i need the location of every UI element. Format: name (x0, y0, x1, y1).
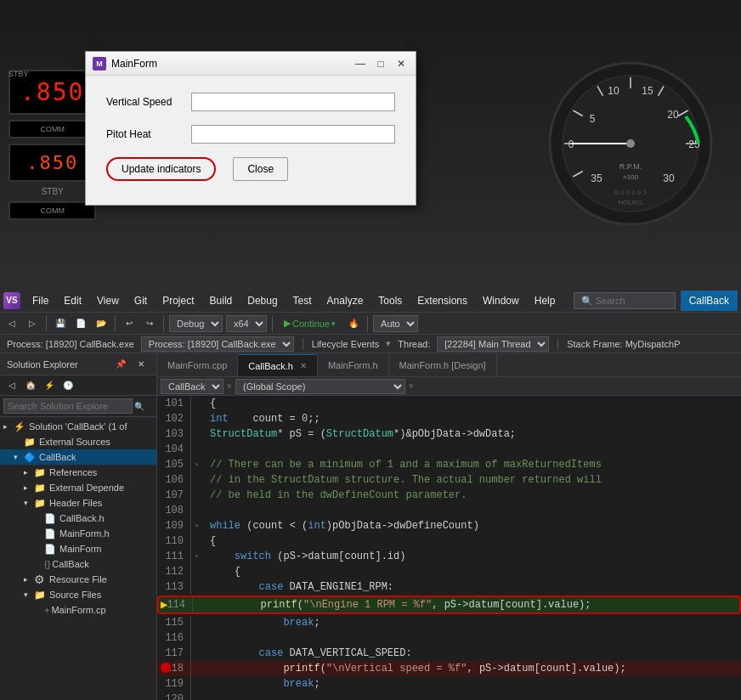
code-line-108: 108 (157, 503, 741, 518)
dialog-button-row: Update indicators Close (106, 157, 395, 188)
tree-item-mainform-h[interactable]: 📄 MainForm.h (0, 526, 156, 541)
code-line-103: 103 StructDatum* pS = (StructDatum*)&pOb… (157, 426, 741, 442)
code-line-105: 105 ▸ // There can be a minimum of 1 and… (157, 457, 741, 472)
tree-item-header-files[interactable]: ▾ 📁 Header Files (0, 495, 156, 511)
menu-extensions[interactable]: Extensions (410, 293, 474, 308)
tree-label-external: External Sources (39, 437, 110, 447)
tree-label-header-files: Header Files (49, 498, 102, 508)
menu-build[interactable]: Build (203, 293, 240, 308)
editor-tab-bar: MainForm.cpp CallBack.h ✕ MainForm.h Mai… (157, 353, 741, 377)
code-line-112: 112 { (157, 564, 741, 579)
code-editor[interactable]: 101 { 102 int count = 0;; 103 StructDatu… (157, 396, 741, 700)
se-pin-btn[interactable]: 📌 (112, 356, 129, 373)
tab-label-mainform-h: MainForm.h (328, 360, 378, 370)
vs-processbar: Process: [18920] CallBack.exe Process: [… (0, 335, 741, 353)
context-dropdown[interactable]: CallBack (161, 379, 223, 394)
continue-btn[interactable]: ▶ Continue ▾ (278, 315, 342, 331)
tree-item-callback-h[interactable]: 📄 CallBack.h (0, 511, 156, 526)
toolbar-redo-btn[interactable]: ↪ (141, 315, 158, 332)
toolbar-flame-btn[interactable]: 🔥 (345, 315, 362, 332)
pitot-heat-input[interactable] (191, 125, 395, 144)
tab-callback-h[interactable]: CallBack.h ✕ (238, 354, 318, 376)
tab-mainform-h[interactable]: MainForm.h (318, 354, 389, 376)
tree-item-resource-files[interactable]: ▸ ⚙ Resource File (0, 572, 156, 587)
se-sync-btn[interactable]: ⚡ (41, 377, 58, 394)
se-history-btn[interactable]: 🕐 (59, 377, 76, 394)
tree-item-solution[interactable]: ▸ ⚡ Solution 'CallBack' (1 of (0, 419, 156, 434)
dialog-close-btn[interactable]: ✕ (393, 56, 409, 71)
sep4 (272, 316, 273, 331)
dialog-minimize-btn[interactable]: — (353, 56, 368, 71)
tree-item-callback[interactable]: ▾ 🔷 CallBack (0, 449, 156, 465)
lcd-display-stby2: .850 (8, 144, 96, 182)
sep3 (163, 316, 164, 331)
dialog-maximize-btn[interactable]: □ (373, 56, 388, 71)
menu-edit[interactable]: Edit (57, 293, 88, 308)
tree-label-callback-braces: CallBack (52, 559, 88, 569)
toolbar-open-btn[interactable]: 📂 (93, 315, 110, 332)
tree-item-ext-depends[interactable]: ▸ 📁 External Depende (0, 480, 156, 495)
svg-text:15: 15 (642, 85, 653, 97)
vertical-speed-input[interactable] (191, 93, 395, 111)
code-line-110: 110 { (157, 533, 741, 549)
toolbar-undo-btn[interactable]: ↩ (121, 315, 138, 332)
tab-label-mainform-design: MainForm.h [Design] (399, 360, 486, 370)
code-line-106: 106 // in the StructDatum structure. The… (157, 472, 741, 488)
tree-item-external-sources[interactable]: 📁 External Sources (0, 434, 156, 449)
menu-window[interactable]: Window (476, 293, 526, 308)
menu-analyze[interactable]: Analyze (320, 293, 370, 308)
vs-search-input[interactable] (574, 292, 676, 309)
scope-dropdown[interactable]: (Global Scope) (235, 379, 405, 394)
thread-dropdown[interactable]: [22284] Main Thread (437, 336, 549, 352)
toolbar-new-btn[interactable]: 📄 (72, 315, 89, 332)
solution-explorer-title: Solution Explorer 📌 ✕ (0, 353, 156, 375)
platform-dropdown[interactable]: x64 (226, 315, 267, 332)
update-indicators-btn[interactable]: Update indicators (106, 157, 216, 181)
se-close-btn[interactable]: ✕ (133, 356, 150, 373)
se-search-input[interactable] (3, 398, 133, 414)
tab-mainform-cpp[interactable]: MainForm.cpp (157, 354, 238, 376)
solution-tree: ▸ ⚡ Solution 'CallBack' (1 of 📁 External… (0, 417, 156, 700)
tab-close-x[interactable]: ✕ (300, 361, 307, 370)
menu-test[interactable]: Test (286, 293, 319, 308)
toolbar-back-btn[interactable]: ◁ (3, 315, 20, 332)
se-back-btn[interactable]: ◁ (3, 377, 20, 394)
debug-config-dropdown[interactable]: Debug (169, 315, 223, 332)
menu-view[interactable]: View (90, 293, 126, 308)
tree-item-callback-braces[interactable]: {} CallBack (0, 556, 156, 572)
tree-item-mainform-cpp[interactable]: + MainForm.cp (0, 602, 156, 618)
process-dropdown[interactable]: Process: [18920] CallBack.exe (141, 336, 294, 352)
code-line-111: 111 ▸ switch (pS->datum[count].id) (157, 549, 741, 564)
lifecycle-label: Lifecycle Events (312, 339, 379, 349)
code-line-101: 101 { (157, 396, 741, 411)
continue-label: Continue (292, 319, 330, 329)
tab-mainform-design[interactable]: MainForm.h [Design] (389, 354, 497, 376)
menu-file[interactable]: File (25, 293, 55, 308)
auto-dropdown[interactable]: Auto (373, 315, 418, 332)
dialog-icon: M (93, 57, 106, 71)
svg-text:20: 20 (667, 109, 679, 121)
tree-item-mainform[interactable]: 📄 MainForm (0, 541, 156, 556)
tree-label-callback-h: CallBack.h (59, 513, 105, 523)
vs-logo: VS (3, 292, 20, 309)
svg-text:0 0 0 2 9 1: 0 0 0 2 9 1 (614, 189, 647, 196)
toolbar-forward-btn[interactable]: ▷ (24, 315, 41, 332)
vertical-speed-row: Vertical Speed (106, 93, 395, 111)
code-line-115: 115 break; (157, 615, 741, 630)
close-btn[interactable]: Close (233, 157, 288, 181)
menu-git[interactable]: Git (127, 293, 154, 308)
solution-explorer-label: Solution Explorer (7, 359, 78, 370)
menu-project[interactable]: Project (156, 293, 201, 308)
menu-tools[interactable]: Tools (371, 293, 409, 308)
tree-item-references[interactable]: ▸ 📁 References (0, 465, 156, 480)
tree-item-source-files[interactable]: ▾ 📁 Source Files (0, 587, 156, 602)
svg-text:5: 5 (590, 113, 596, 125)
menu-debug[interactable]: Debug (240, 293, 284, 308)
se-search-btn[interactable]: 🔍 (133, 398, 146, 415)
toolbar-save-btn[interactable]: 💾 (52, 315, 69, 332)
tree-label-source-files: Source Files (49, 590, 101, 600)
menu-help[interactable]: Help (528, 293, 563, 308)
process-label: Process: [18920] CallBack.exe (7, 339, 134, 349)
code-line-107: 107 // be held in the dwDefineCount para… (157, 488, 741, 503)
se-home-btn[interactable]: 🏠 (22, 377, 39, 394)
